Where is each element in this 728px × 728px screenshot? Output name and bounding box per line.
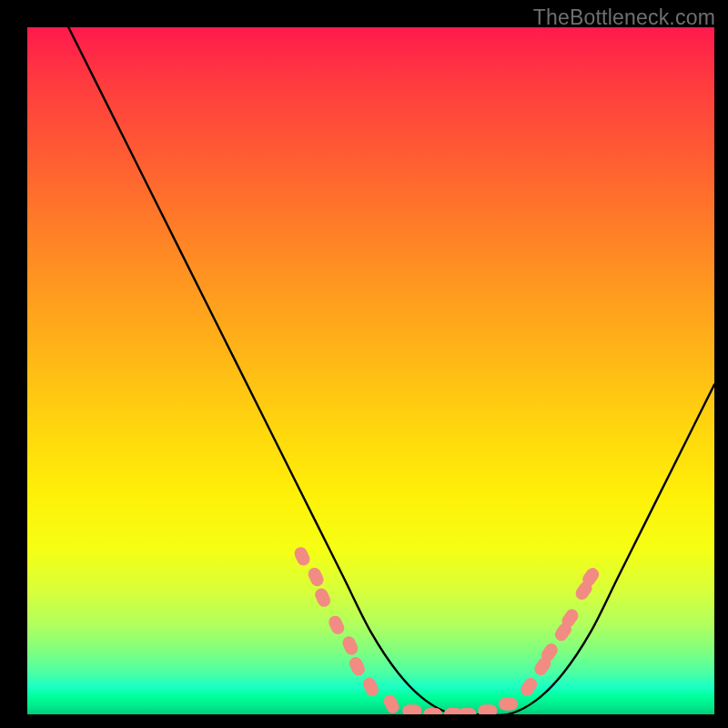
watermark-text: TheBottleneck.com bbox=[533, 5, 715, 29]
plot-area bbox=[27, 27, 714, 714]
watermark: TheBottleneck.com bbox=[533, 5, 715, 30]
gradient-background bbox=[27, 27, 714, 714]
chart-frame: TheBottleneck.com bbox=[0, 0, 728, 728]
